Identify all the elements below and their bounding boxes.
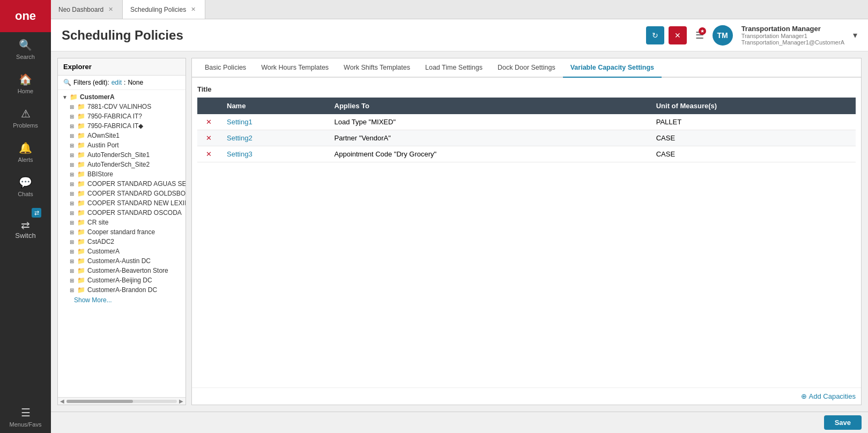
tree-item[interactable]: ⊞ 📁 CustomerA-Beijing DC <box>58 275 186 285</box>
row-name-cell: Setting2 <box>220 130 328 146</box>
tree-item[interactable]: ⊞ 📁 COOPER STANDARD AGUAS SEALING ( <box>58 179 186 189</box>
expand-icon: ⊞ <box>70 268 77 274</box>
tree-item-label: 7950-FABRICA IT? <box>87 113 142 120</box>
sidebar-item-chats[interactable]: 💬 Chats <box>0 169 51 204</box>
sidebar-item-alerts[interactable]: 🔔 Alerts <box>0 135 51 169</box>
sidebar-item-label: Home <box>18 88 33 94</box>
folder-icon: 📁 <box>77 151 85 159</box>
sidebar-item-problems[interactable]: ⚠ Problems <box>0 101 51 135</box>
row-applies-to-cell: Load Type "MIXED" <box>328 114 650 130</box>
tree-item-label: CustomerA-Austin DC <box>87 257 151 265</box>
tab-load-time-settings[interactable]: Load Time Settings <box>418 58 490 78</box>
sidebar-item-search[interactable]: 🔍 Search <box>0 32 51 66</box>
close-button[interactable]: ✕ <box>669 26 687 44</box>
tree-item[interactable]: ⊞ 📁 CustomerA <box>58 247 186 256</box>
expand-icon: ⊞ <box>70 200 77 206</box>
close-tab-icon[interactable]: ✕ <box>107 5 115 13</box>
folder-icon: 📁 <box>77 238 85 245</box>
add-capacities-link[interactable]: ⊕ Add Capacities <box>801 392 856 400</box>
user-dropdown-arrow[interactable]: ▾ <box>853 30 857 40</box>
sidebar-item-switch[interactable]: ⇄ ⇄ Switch <box>0 204 51 246</box>
tree-item[interactable]: ⊞ 📁 AOwnSite1 <box>58 131 186 140</box>
delete-row-icon[interactable]: ✕ <box>204 150 214 158</box>
tree-item[interactable]: ⊞ 📁 AutoTenderSch_Site1 <box>58 150 186 160</box>
tree-root[interactable]: ▼ 📁 CustomerA <box>58 92 186 102</box>
app-logo[interactable]: one <box>0 0 51 32</box>
expand-icon: ▼ <box>62 94 70 100</box>
tree-item-label: CustomerA-Beijing DC <box>87 277 152 284</box>
tab-work-shifts-templates[interactable]: Work Shifts Templates <box>336 58 418 78</box>
tree-item[interactable]: ⊞ 📁 CustomerA-Beaverton Store <box>58 266 186 275</box>
folder-icon: 📁 <box>77 219 85 226</box>
col-header-name: Name <box>220 98 328 114</box>
tree-item[interactable]: ⊞ 📁 CustomerA-Brandon DC <box>58 285 186 295</box>
tab-scheduling-policies[interactable]: Scheduling Policies ✕ <box>123 0 205 19</box>
expand-icon: ⊞ <box>70 258 77 264</box>
save-button[interactable]: Save <box>824 415 862 430</box>
save-bar: Save <box>51 412 868 433</box>
menu-icon-area[interactable]: ☰ ★ <box>691 29 708 41</box>
tree-item[interactable]: ⊞ 📁 COOPER STANDARD GOLDSBORO <box>58 189 186 198</box>
main-content: Neo Dashboard ✕ Scheduling Policies ✕ Sc… <box>51 0 868 433</box>
setting-link[interactable]: Setting1 <box>227 118 253 126</box>
tree-item[interactable]: ⊞ 📁 Cooper standard france <box>58 227 186 237</box>
tree-item[interactable]: ⊞ 📁 7881-CDV VALINHOS <box>58 102 186 111</box>
tab-bar: Neo Dashboard ✕ Scheduling Policies ✕ <box>51 0 868 19</box>
sidebar-item-home[interactable]: 🏠 Home <box>0 66 51 101</box>
tree-item-label: COOPER STANDARD GOLDSBORO <box>87 190 186 197</box>
scroll-right-arrow[interactable]: ▶ <box>179 398 183 404</box>
tree-item[interactable]: ⊞ 📁 Austin Port <box>58 140 186 150</box>
row-applies-to-cell: Partner "VendorA" <box>328 130 650 146</box>
refresh-button[interactable]: ↻ <box>646 26 664 44</box>
tab-variable-capacity-settings[interactable]: Variable Capacity Settings <box>563 58 662 78</box>
sidebar-item-label: Menus/Favs <box>10 421 42 428</box>
tree-item[interactable]: ⊞ 📁 COOPER STANDARD NEW LEXINGTON <box>58 198 186 208</box>
setting-link[interactable]: Setting2 <box>227 134 253 142</box>
expand-icon: ⊞ <box>70 278 77 283</box>
tree-item[interactable]: ⊞ 📁 COOPER STANDARD OSCODA <box>58 208 186 218</box>
close-tab-icon[interactable]: ✕ <box>189 5 197 13</box>
tree-item-label: CustomerA-Brandon DC <box>87 286 157 294</box>
menu-icon: ☰ <box>21 406 31 419</box>
folder-icon: 📁 <box>77 161 85 168</box>
tree-item[interactable]: ⊞ 📁 CstADC2 <box>58 237 186 247</box>
scroll-left-arrow[interactable]: ◀ <box>60 398 64 404</box>
delete-row-icon[interactable]: ✕ <box>204 134 214 142</box>
expand-icon: ⊞ <box>70 104 77 110</box>
filter-label: Filters (edit): <box>73 79 109 86</box>
show-more-link[interactable]: Show More... <box>58 295 186 305</box>
tree-item[interactable]: ⊞ 📁 CR site <box>58 218 186 227</box>
tree-item[interactable]: ⊞ 📁 CustomerA-Austin DC <box>58 256 186 266</box>
switch-badge: ⇄ <box>32 208 41 218</box>
close-icon: ✕ <box>674 31 681 40</box>
tree-item[interactable]: ⊞ 📁 7950-FABRICA IT◆ <box>58 121 186 131</box>
col-header-applies-to: Applies To <box>328 98 650 114</box>
col-header-unit: Unit of Measure(s) <box>650 98 856 114</box>
tab-neo-dashboard[interactable]: Neo Dashboard ✕ <box>51 0 123 19</box>
tree-item-label: CustomerA <box>87 248 120 255</box>
table-row: ✕ Setting3 Appointment Code "Dry Grocery… <box>197 146 856 162</box>
tab-label: Neo Dashboard <box>58 6 103 13</box>
table-row: ✕ Setting2 Partner "VendorA" CASE <box>197 130 856 146</box>
sidebar-item-menus[interactable]: ☰ Menus/Favs <box>0 400 51 433</box>
add-capacities-label: Add Capacities <box>809 392 856 400</box>
delete-row-icon[interactable]: ✕ <box>204 118 214 126</box>
tab-work-hours-templates[interactable]: Work Hours Templates <box>254 58 336 78</box>
sidebar-item-label: Alerts <box>18 156 33 163</box>
folder-icon: 📁 <box>77 267 85 274</box>
tree-item[interactable]: ⊞ 📁 AutoTenderSch_Site2 <box>58 160 186 169</box>
tree-item[interactable]: ⊞ 📁 BBIStore <box>58 169 186 179</box>
tab-dock-door-settings[interactable]: Dock Door Settings <box>490 58 563 78</box>
folder-icon: 📁 <box>77 180 85 188</box>
setting-link[interactable]: Setting3 <box>227 150 253 158</box>
filter-edit-link[interactable]: edit <box>112 79 122 86</box>
tree-item-label: COOPER STANDARD OSCODA <box>87 209 182 216</box>
tab-basic-policies[interactable]: Basic Policies <box>197 58 254 78</box>
tree-item-label: BBIStore <box>87 170 113 178</box>
folder-icon: 📁 <box>77 122 85 130</box>
folder-icon: 📁 <box>77 190 85 197</box>
tree-item[interactable]: ⊞ 📁 7950-FABRICA IT? <box>58 111 186 121</box>
expand-icon: ⊞ <box>70 220 77 226</box>
scroll-thumb <box>66 400 133 403</box>
delete-col-header <box>197 98 220 114</box>
